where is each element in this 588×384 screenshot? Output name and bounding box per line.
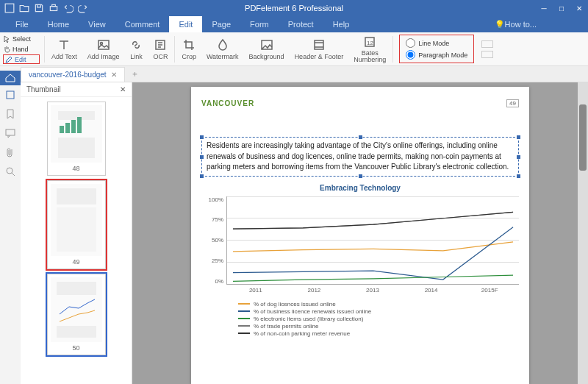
attachment-icon[interactable] [3,143,18,162]
chart-title: Embracing Technology [201,184,519,192]
search-icon[interactable] [3,162,18,181]
app-title: PDFelement 6 Professional [245,4,343,13]
svg-point-4 [100,42,102,44]
thumbnail-50[interactable]: 50 [47,274,106,355]
print-icon[interactable] [49,3,59,13]
svg-rect-14 [60,126,64,133]
menu-view[interactable]: View [79,16,115,32]
thumbnail-48[interactable]: 48 [47,102,106,176]
thumbnail-49[interactable]: 49 [47,180,106,269]
link-button[interactable]: Link [124,37,148,62]
menu-protect[interactable]: Protect [279,16,323,32]
ocr-button[interactable]: OCR [148,37,173,62]
open-icon[interactable] [19,3,29,13]
hand-tool[interactable]: Hand [3,44,40,54]
svg-rect-11 [6,129,15,135]
ribbon: Select Hand Edit Add Text Add Image Link… [0,32,588,66]
editing-text-box[interactable]: Residents are increasingly taking advant… [201,137,519,177]
close-thumbnail-icon[interactable]: ✕ [120,85,126,93]
align-options [481,40,493,58]
align-opt-2[interactable] [481,51,493,58]
svg-rect-13 [58,111,95,120]
redo-icon[interactable] [78,3,88,13]
undo-icon[interactable] [63,3,74,13]
document-tab-label: vancouver-2016-budget [29,71,107,79]
svg-rect-15 [65,123,70,133]
plot-area [226,196,519,285]
menu-page[interactable]: Page [202,16,240,32]
svg-rect-16 [71,120,76,133]
paragraph-text[interactable]: Residents are increasingly taking advant… [207,141,509,171]
chart: Embracing Technology 100% 75% 50% 25% 0% [201,184,519,337]
menu-file[interactable]: File [6,16,38,32]
thumbnail-panel-icon[interactable] [3,85,18,104]
header-footer-button[interactable]: Header & Footer [290,37,349,62]
chart-legend: % of dog licences issued online% of busi… [238,301,519,337]
document-tabbar: vancouver-2016-budget ✕ ＋ [21,66,588,82]
menu-home[interactable]: Home [38,16,79,32]
paragraph-mode-radio[interactable]: Paragraph Mode [406,50,467,60]
svg-rect-1 [50,7,57,11]
bates-numbering-button[interactable]: 12Bates Numbering [348,34,391,65]
save-icon[interactable] [34,3,44,13]
scrollbar[interactable] [578,82,588,384]
svg-rect-22 [57,326,96,338]
watermark-button[interactable]: Watermark [201,37,244,62]
new-tab-button[interactable]: ＋ [125,68,145,79]
iconbar [0,66,21,384]
add-image-button[interactable]: Add Image [82,37,125,62]
comment-icon[interactable] [3,124,18,143]
svg-rect-20 [57,207,96,252]
crop-button[interactable]: Crop [176,37,201,62]
select-tool[interactable]: Select [3,34,40,43]
document-tab[interactable]: vancouver-2016-budget ✕ [21,67,125,82]
titlebar: PDFelement 6 Professional ─ □ ✕ [0,0,588,16]
page-number: 49 [506,99,519,107]
maximize-button[interactable]: □ [556,3,567,13]
y-axis: 100% 75% 50% 25% 0% [201,196,226,285]
edit-tool[interactable]: Edit [3,54,40,64]
close-tab-icon[interactable]: ✕ [111,71,117,79]
bookmark-icon[interactable] [3,104,18,124]
align-opt-1[interactable] [481,40,493,48]
svg-rect-19 [57,188,96,205]
minimize-button[interactable]: ─ [538,3,550,13]
svg-rect-18 [58,138,95,158]
close-button[interactable]: ✕ [573,3,585,13]
svg-rect-17 [77,117,82,133]
thumbnail-panel: Thumbnail ✕ 48 49 50 [21,82,132,384]
howto-link[interactable]: 💡 How to... [495,16,537,32]
svg-text:12: 12 [367,40,373,46]
home-button[interactable] [0,71,21,85]
menu-form[interactable]: Form [240,16,279,32]
svg-rect-3 [98,40,109,49]
svg-rect-7 [315,40,323,49]
svg-rect-0 [5,4,14,13]
svg-rect-10 [7,91,14,99]
edit-mode-group: Line Mode Paragraph Mode [399,35,474,63]
x-axis: 2011 2012 2013 2014 2015F [226,285,519,294]
svg-rect-2 [52,4,56,6]
app-icon [4,3,15,13]
thumbnail-title: Thumbnail [26,85,61,93]
document-viewer[interactable]: VANCOUVER 49 Residents are increasingly … [132,82,588,384]
page: VANCOUVER 49 Residents are increasingly … [191,87,529,384]
menu-help[interactable]: Help [323,16,359,32]
svg-point-12 [7,168,12,174]
menubar: File Home View Comment Edit Page Form Pr… [0,16,588,32]
line-mode-radio[interactable]: Line Mode [406,38,467,48]
add-text-button[interactable]: Add Text [46,37,82,62]
brand-label: VANCOUVER [201,99,254,107]
background-button[interactable]: Background [244,37,290,62]
svg-rect-21 [57,282,96,295]
menu-comment[interactable]: Comment [115,16,170,32]
menu-edit[interactable]: Edit [169,16,202,32]
